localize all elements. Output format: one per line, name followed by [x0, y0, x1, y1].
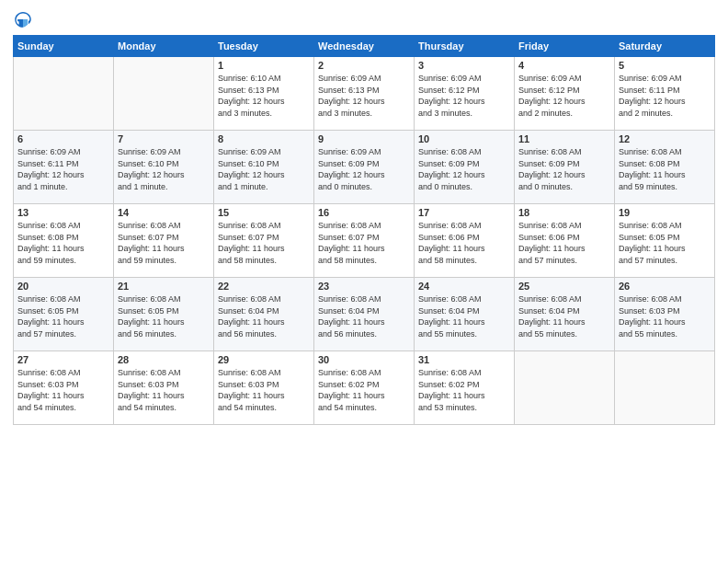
- table-cell: 10Sunrise: 6:08 AM Sunset: 6:09 PM Dayli…: [415, 131, 515, 204]
- day-info: Sunrise: 6:08 AM Sunset: 6:03 PM Dayligh…: [619, 293, 711, 339]
- table-cell: 11Sunrise: 6:08 AM Sunset: 6:09 PM Dayli…: [515, 131, 615, 204]
- table-cell: 4Sunrise: 6:09 AM Sunset: 6:12 PM Daylig…: [515, 57, 615, 131]
- table-cell: 25Sunrise: 6:08 AM Sunset: 6:04 PM Dayli…: [515, 278, 615, 351]
- day-info: Sunrise: 6:08 AM Sunset: 6:04 PM Dayligh…: [418, 293, 510, 339]
- table-cell: [114, 57, 214, 131]
- day-info: Sunrise: 6:09 AM Sunset: 6:12 PM Dayligh…: [418, 73, 510, 119]
- day-number: 6: [17, 133, 109, 144]
- day-info: Sunrise: 6:08 AM Sunset: 6:08 PM Dayligh…: [17, 220, 109, 266]
- week-row-5: 27Sunrise: 6:08 AM Sunset: 6:03 PM Dayli…: [14, 351, 715, 425]
- table-cell: 22Sunrise: 6:08 AM Sunset: 6:04 PM Dayli…: [214, 278, 314, 351]
- day-info: Sunrise: 6:08 AM Sunset: 6:07 PM Dayligh…: [318, 220, 410, 266]
- day-number: 27: [17, 354, 109, 365]
- table-cell: 12Sunrise: 6:08 AM Sunset: 6:08 PM Dayli…: [615, 131, 715, 204]
- day-number: 17: [418, 207, 510, 218]
- table-cell: 21Sunrise: 6:08 AM Sunset: 6:05 PM Dayli…: [114, 278, 214, 351]
- day-number: 2: [318, 60, 410, 71]
- table-cell: 26Sunrise: 6:08 AM Sunset: 6:03 PM Dayli…: [615, 278, 715, 351]
- day-number: 30: [318, 354, 410, 365]
- day-info: Sunrise: 6:09 AM Sunset: 6:10 PM Dayligh…: [218, 146, 310, 192]
- day-number: 15: [218, 207, 310, 218]
- day-number: 4: [518, 60, 610, 71]
- day-number: 13: [17, 207, 109, 218]
- week-row-4: 20Sunrise: 6:08 AM Sunset: 6:05 PM Dayli…: [14, 278, 715, 351]
- day-info: Sunrise: 6:08 AM Sunset: 6:06 PM Dayligh…: [418, 220, 510, 266]
- day-info: Sunrise: 6:09 AM Sunset: 6:13 PM Dayligh…: [318, 73, 410, 119]
- table-cell: 2Sunrise: 6:09 AM Sunset: 6:13 PM Daylig…: [314, 57, 415, 131]
- day-number: 19: [619, 207, 711, 218]
- col-sunday: Sunday: [14, 36, 114, 57]
- calendar-table: Sunday Monday Tuesday Wednesday Thursday…: [13, 35, 715, 425]
- day-number: 7: [118, 133, 210, 144]
- logo: [13, 9, 35, 29]
- header-row: Sunday Monday Tuesday Wednesday Thursday…: [14, 36, 715, 57]
- table-cell: 15Sunrise: 6:08 AM Sunset: 6:07 PM Dayli…: [214, 204, 314, 278]
- day-number: 29: [218, 354, 310, 365]
- table-cell: 24Sunrise: 6:08 AM Sunset: 6:04 PM Dayli…: [415, 278, 515, 351]
- table-cell: 8Sunrise: 6:09 AM Sunset: 6:10 PM Daylig…: [214, 131, 314, 204]
- day-info: Sunrise: 6:08 AM Sunset: 6:08 PM Dayligh…: [619, 146, 711, 192]
- day-number: 12: [619, 133, 711, 144]
- day-info: Sunrise: 6:09 AM Sunset: 6:11 PM Dayligh…: [619, 73, 711, 119]
- table-cell: 14Sunrise: 6:08 AM Sunset: 6:07 PM Dayli…: [114, 204, 214, 278]
- table-cell: [14, 57, 114, 131]
- table-cell: 3Sunrise: 6:09 AM Sunset: 6:12 PM Daylig…: [415, 57, 515, 131]
- col-saturday: Saturday: [615, 36, 715, 57]
- table-cell: 31Sunrise: 6:08 AM Sunset: 6:02 PM Dayli…: [415, 351, 515, 425]
- day-number: 9: [318, 133, 410, 144]
- table-cell: 9Sunrise: 6:09 AM Sunset: 6:09 PM Daylig…: [314, 131, 415, 204]
- day-number: 25: [518, 281, 610, 292]
- week-row-1: 1Sunrise: 6:10 AM Sunset: 6:13 PM Daylig…: [14, 57, 715, 131]
- day-info: Sunrise: 6:10 AM Sunset: 6:13 PM Dayligh…: [218, 73, 310, 119]
- col-friday: Friday: [515, 36, 615, 57]
- table-cell: 17Sunrise: 6:08 AM Sunset: 6:06 PM Dayli…: [415, 204, 515, 278]
- day-info: Sunrise: 6:08 AM Sunset: 6:05 PM Dayligh…: [17, 293, 109, 339]
- day-info: Sunrise: 6:08 AM Sunset: 6:05 PM Dayligh…: [619, 220, 711, 266]
- table-cell: 6Sunrise: 6:09 AM Sunset: 6:11 PM Daylig…: [14, 131, 114, 204]
- calendar-body: 1Sunrise: 6:10 AM Sunset: 6:13 PM Daylig…: [14, 57, 715, 425]
- day-info: Sunrise: 6:09 AM Sunset: 6:10 PM Dayligh…: [118, 146, 210, 192]
- day-info: Sunrise: 6:08 AM Sunset: 6:04 PM Dayligh…: [218, 293, 310, 339]
- col-wednesday: Wednesday: [314, 36, 415, 57]
- table-cell: 1Sunrise: 6:10 AM Sunset: 6:13 PM Daylig…: [214, 57, 314, 131]
- day-info: Sunrise: 6:08 AM Sunset: 6:04 PM Dayligh…: [318, 293, 410, 339]
- day-info: Sunrise: 6:09 AM Sunset: 6:09 PM Dayligh…: [318, 146, 410, 192]
- day-info: Sunrise: 6:09 AM Sunset: 6:11 PM Dayligh…: [17, 146, 109, 192]
- table-cell: 5Sunrise: 6:09 AM Sunset: 6:11 PM Daylig…: [615, 57, 715, 131]
- day-number: 31: [418, 354, 510, 365]
- day-info: Sunrise: 6:08 AM Sunset: 6:07 PM Dayligh…: [218, 220, 310, 266]
- table-cell: 23Sunrise: 6:08 AM Sunset: 6:04 PM Dayli…: [314, 278, 415, 351]
- day-number: 14: [118, 207, 210, 218]
- day-number: 23: [318, 281, 410, 292]
- day-info: Sunrise: 6:08 AM Sunset: 6:04 PM Dayligh…: [518, 293, 610, 339]
- table-cell: [515, 351, 615, 425]
- day-info: Sunrise: 6:08 AM Sunset: 6:03 PM Dayligh…: [17, 367, 109, 413]
- table-cell: 13Sunrise: 6:08 AM Sunset: 6:08 PM Dayli…: [14, 204, 114, 278]
- col-monday: Monday: [114, 36, 214, 57]
- table-cell: 27Sunrise: 6:08 AM Sunset: 6:03 PM Dayli…: [14, 351, 114, 425]
- table-cell: 16Sunrise: 6:08 AM Sunset: 6:07 PM Dayli…: [314, 204, 415, 278]
- table-cell: 30Sunrise: 6:08 AM Sunset: 6:02 PM Dayli…: [314, 351, 415, 425]
- day-info: Sunrise: 6:08 AM Sunset: 6:03 PM Dayligh…: [118, 367, 210, 413]
- day-info: Sunrise: 6:08 AM Sunset: 6:06 PM Dayligh…: [518, 220, 610, 266]
- day-number: 24: [418, 281, 510, 292]
- week-row-3: 13Sunrise: 6:08 AM Sunset: 6:08 PM Dayli…: [14, 204, 715, 278]
- day-info: Sunrise: 6:08 AM Sunset: 6:09 PM Dayligh…: [418, 146, 510, 192]
- day-info: Sunrise: 6:08 AM Sunset: 6:07 PM Dayligh…: [118, 220, 210, 266]
- week-row-2: 6Sunrise: 6:09 AM Sunset: 6:11 PM Daylig…: [14, 131, 715, 204]
- table-cell: 7Sunrise: 6:09 AM Sunset: 6:10 PM Daylig…: [114, 131, 214, 204]
- col-tuesday: Tuesday: [214, 36, 314, 57]
- table-cell: 29Sunrise: 6:08 AM Sunset: 6:03 PM Dayli…: [214, 351, 314, 425]
- page-container: Sunday Monday Tuesday Wednesday Thursday…: [0, 0, 728, 434]
- day-number: 18: [518, 207, 610, 218]
- day-number: 28: [118, 354, 210, 365]
- day-info: Sunrise: 6:08 AM Sunset: 6:09 PM Dayligh…: [518, 146, 610, 192]
- day-number: 21: [118, 281, 210, 292]
- header: [13, 9, 715, 29]
- day-info: Sunrise: 6:08 AM Sunset: 6:05 PM Dayligh…: [118, 293, 210, 339]
- day-info: Sunrise: 6:08 AM Sunset: 6:03 PM Dayligh…: [218, 367, 310, 413]
- day-info: Sunrise: 6:08 AM Sunset: 6:02 PM Dayligh…: [318, 367, 410, 413]
- day-number: 20: [17, 281, 109, 292]
- table-cell: 20Sunrise: 6:08 AM Sunset: 6:05 PM Dayli…: [14, 278, 114, 351]
- day-number: 5: [619, 60, 711, 71]
